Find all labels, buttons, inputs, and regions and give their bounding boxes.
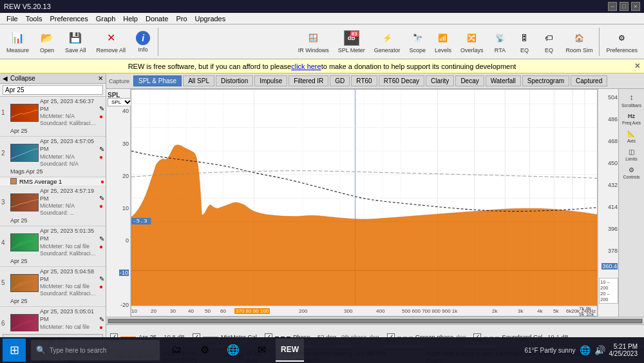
controls-control[interactable]: ⚙ Controls <box>621 165 641 181</box>
meas-delete-icon-6[interactable]: ● <box>99 324 104 331</box>
left-panel: ◀ Collapse ✕ 1 Apr 25, 2023 4:56:37 PM M… <box>0 74 106 349</box>
measurement-item-6[interactable]: 6 Apr 25, 2023 5:05:01 PM MicMeter: No c… <box>0 307 106 331</box>
limits-control[interactable]: ◫ Limits <box>624 147 638 162</box>
spl-dropdown[interactable]: SPL <box>108 98 133 106</box>
menu-preferences[interactable]: Preferences <box>46 13 91 24</box>
preferences-label: Preferences <box>606 47 638 54</box>
meas-edit-icon-4[interactable]: ✎ <box>99 235 104 242</box>
meas-edit-icon-6[interactable]: ✎ <box>99 316 104 323</box>
toolbar-levels[interactable]: 📶 Levels <box>431 29 455 55</box>
toolbar-room-sim[interactable]: 🏠 Room Sim <box>562 29 596 55</box>
search-box <box>0 84 106 97</box>
donate-link[interactable]: click here <box>291 63 321 70</box>
right-y-450: 450 <box>608 160 618 166</box>
taskbar-settings[interactable]: ⚙ <box>191 338 219 362</box>
toolbar-eq[interactable]: 🎛 EQ <box>513 29 536 55</box>
tab-gd[interactable]: GD <box>330 75 350 86</box>
toolbar-measure[interactable]: 📊 Measure <box>3 29 33 55</box>
toolbar-preferences[interactable]: ⚙ Preferences <box>602 29 641 55</box>
freq-axis-control[interactable]: Hz Freq Axis <box>621 112 642 126</box>
tab-all-spl[interactable]: All SPL <box>183 75 214 86</box>
chart-main[interactable]: -5.3 10 20 30 40 50 60 370 80 90 100 200… <box>131 89 598 317</box>
taskbar-browser[interactable]: 🌐 <box>219 338 247 362</box>
close-button[interactable]: × <box>631 2 640 11</box>
taskbar-file-explorer[interactable]: 🗂 <box>162 338 191 362</box>
spl-dropdown-select[interactable]: SPL <box>108 98 133 106</box>
taskbar-search-placeholder: Type here to search <box>50 347 106 354</box>
toolbar-info[interactable]: i Info <box>132 30 154 54</box>
taskbar-network-icon[interactable]: 🌐 <box>580 345 591 355</box>
search-input[interactable] <box>3 85 103 95</box>
tab-spectrogram[interactable]: Spectrogram <box>522 75 569 86</box>
toolbar-overlays[interactable]: 🔀 Overlays <box>457 29 488 55</box>
toolbar-generator[interactable]: ⚡ Generator <box>370 29 404 55</box>
meas-thumb-5 <box>10 274 39 292</box>
menu-tools[interactable]: Tools <box>22 13 46 24</box>
menu-upgrades[interactable]: Upgrades <box>191 13 230 24</box>
levels-label: Levels <box>435 47 451 54</box>
measurement-item-2[interactable]: 2 Apr 25, 2023 4:57:05 PM MicMeter: N/A … <box>0 137 106 177</box>
start-button[interactable]: ⊞ <box>3 338 26 362</box>
measurement-item-1[interactable]: 1 Apr 25, 2023 4:56:37 PM MicMeter: N/A … <box>0 97 106 137</box>
scroll-track-x[interactable] <box>108 319 643 324</box>
toolbar-eq2[interactable]: 🏷 EQ <box>537 29 560 55</box>
taskbar-mail[interactable]: ✉ <box>247 338 276 362</box>
measurement-item-4[interactable]: 4 Apr 25, 2023 5:01:35 PM MicMeter: No c… <box>0 226 106 266</box>
tab-clarity[interactable]: Clarity <box>426 75 454 86</box>
right-y-432: 432 <box>608 182 618 188</box>
scroll-thumb-x[interactable] <box>108 319 642 323</box>
menu-pro[interactable]: Pro <box>172 13 191 24</box>
tab-rt60-decay[interactable]: RT60 Decay <box>379 75 424 86</box>
toolbar-save-all[interactable]: 💾 Save All <box>61 29 90 55</box>
tab-impulse[interactable]: Impulse <box>254 75 287 86</box>
meas-label-1: Apr 25 <box>1 127 104 135</box>
tab-captured[interactable]: Captured <box>571 75 607 86</box>
toolbar-rta[interactable]: 📡 RTA <box>488 29 511 55</box>
meas-edit-icon-1[interactable]: ✎ <box>99 105 104 112</box>
tab-spl-phase[interactable]: SPL & Phase <box>133 75 182 86</box>
meas-delete-icon-3[interactable]: ● <box>99 202 104 210</box>
measurement-item-3[interactable]: 3 Apr 25, 2023 4:57:19 PM MicMeter: N/A … <box>0 186 106 226</box>
taskbar-volume-icon[interactable]: 🔊 <box>594 345 605 355</box>
tab-waterfall[interactable]: Waterfall <box>486 75 521 86</box>
toolbar-remove-all[interactable]: ✕ Remove All <box>93 29 130 55</box>
meas-delete-icon-5[interactable]: ● <box>99 283 104 290</box>
meas-delete-icon-1[interactable]: ● <box>99 113 104 120</box>
generator-label: Generator <box>374 47 401 54</box>
menu-donate[interactable]: Donate <box>142 13 172 24</box>
scrollbars-control[interactable]: ↕ Scrollbars <box>620 92 643 109</box>
meas-delete-icon-2[interactable]: ● <box>99 153 104 161</box>
tab-distortion[interactable]: Distortion <box>216 75 253 86</box>
toolbar-ir-windows[interactable]: 🪟 IR Windows <box>294 29 333 55</box>
toolbar-spl-meter[interactable]: 83 dB SPL Meter <box>334 29 369 55</box>
taskbar-search-icon: 🔍 <box>36 346 46 355</box>
info-close-button[interactable]: ✕ <box>634 62 640 70</box>
meas-edit-icon-3[interactable]: ✎ <box>99 195 104 202</box>
sub-delete-rms[interactable]: ● <box>100 178 104 185</box>
collapse-button[interactable]: ◀ Collapse ✕ <box>0 74 106 84</box>
overlays-label: Overlays <box>460 47 484 54</box>
minimize-button[interactable]: – <box>608 2 617 11</box>
meas-edit-icon-5[interactable]: ✎ <box>99 275 104 282</box>
menu-file[interactable]: File <box>3 13 22 24</box>
meas-edit-icon-2[interactable]: ✎ <box>99 146 104 153</box>
tab-filtered-ir[interactable]: Filtered IR <box>289 75 328 86</box>
taskbar-rew-app[interactable]: REW <box>276 338 304 362</box>
menu-help[interactable]: Help <box>119 13 142 24</box>
maximize-button[interactable]: □ <box>620 2 629 11</box>
meas-icons-6: ✎ ● <box>99 316 104 331</box>
measurement-item-5[interactable]: 5 Apr 25, 2023 5:04:58 PM MicMeter: No c… <box>0 267 106 307</box>
measure-icon: 📊 <box>10 30 26 46</box>
tab-rt60[interactable]: RT60 <box>351 75 377 86</box>
toolbar-open[interactable]: 📂 Open <box>35 29 59 55</box>
toolbar-scope[interactable]: 🔭 Scope <box>405 29 430 55</box>
taskbar-search[interactable]: 🔍 Type here to search <box>31 340 160 360</box>
tab-decay[interactable]: Decay <box>455 75 484 86</box>
chart-scroll-x[interactable] <box>106 317 644 324</box>
y-val-10: 10 <box>122 205 129 211</box>
menu-graph[interactable]: Graph <box>92 13 120 24</box>
meas-subitem-rms[interactable]: RMS Average 1 ● <box>0 177 106 186</box>
meas-delete-icon-4[interactable]: ● <box>99 243 104 250</box>
axis-control[interactable]: 📐 Axis <box>626 129 637 144</box>
taskbar-clock[interactable]: 5:21 PM 4/25/2023 <box>609 343 638 357</box>
